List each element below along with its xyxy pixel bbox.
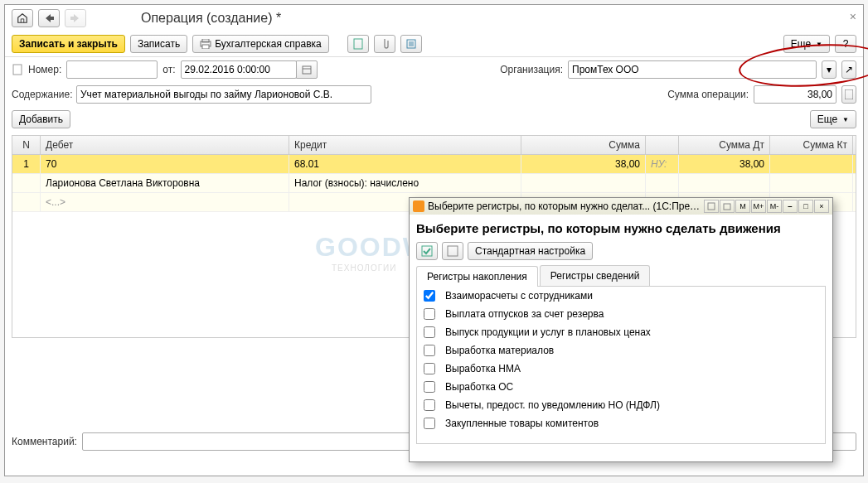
home-button[interactable] [12,9,33,27]
register-checkbox[interactable] [424,418,435,429]
register-item[interactable]: Выплата отпусков за счет резерва [417,305,825,323]
register-label: Выработка НМА [445,363,521,374]
dlg-btn-1[interactable] [704,200,719,213]
number-input[interactable] [66,60,158,79]
back-button[interactable] [38,9,60,27]
register-label: Закупленные товары комитентов [445,418,599,429]
page-title: Операция (создание) * [141,11,281,26]
uncheck-all-icon [447,245,458,257]
dlg-btn-mminus[interactable]: M- [767,200,782,213]
tab-info[interactable]: Регистры сведений [540,265,651,286]
sum-label: Сумма операции: [667,89,749,100]
org-dropdown-button[interactable]: ▾ [822,60,836,79]
comment-label: Комментарий: [12,436,77,447]
register-checkbox[interactable] [424,326,435,338]
more-button[interactable]: Еще ▼ [783,35,830,53]
dialog-toolbar: Стандартная настройка [416,242,826,260]
org-open-button[interactable]: ↗ [841,60,856,79]
svg-rect-9 [303,66,311,74]
col-credit[interactable]: Кредит [289,136,521,154]
row-content-sum: Содержание: Сумма операции: [5,82,863,107]
dialog-title: Выберите регистры, по которым нужно сдел… [428,200,701,212]
dlg-btn-mplus[interactable]: M+ [751,200,766,213]
register-checkbox[interactable] [424,399,435,411]
dlg-maximize[interactable]: □ [798,200,813,213]
doc-icon-button[interactable] [347,35,369,53]
standard-settings-button[interactable]: Стандартная настройка [468,242,593,260]
help-button[interactable]: ? [835,35,856,53]
col-sum-kt[interactable]: Сумма Кт [770,136,853,154]
register-item[interactable]: Выработка ОС [417,378,825,396]
date-input[interactable] [181,60,297,79]
sum-calc-button[interactable] [841,85,856,104]
col-sum[interactable]: Сумма [521,136,646,154]
svg-rect-11 [845,89,853,99]
svg-rect-8 [13,65,22,75]
register-label: Выработка материалов [445,345,554,356]
register-item[interactable]: Взаиморасчеты с сотрудниками [417,287,825,305]
table-row[interactable]: Ларионова Светлана Викторовна Налог (взн… [12,174,856,193]
calculator-icon [707,202,715,210]
titlebar: Операция (создание) * × [5,5,863,31]
save-button[interactable]: Записать [130,35,187,53]
table-more-button[interactable]: Еще ▼ [810,110,856,128]
date-picker-button[interactable] [296,60,318,79]
dialog-heading: Выберите регистры, по которым нужно сдел… [416,221,826,235]
check-all-button[interactable] [416,242,438,260]
uncheck-all-button[interactable] [442,242,463,260]
document-icon [12,64,23,75]
register-item[interactable]: Закупленные товары комитентов [417,414,825,432]
dlg-minimize[interactable]: ‒ [783,200,798,213]
list-icon-button[interactable] [400,35,422,53]
register-item[interactable]: Выпуск продукции и услуг в плановых цена… [417,323,825,341]
register-label: Выпуск продукции и услуг в плановых цена… [445,326,651,338]
arrow-right-icon [70,14,80,22]
document-icon [353,38,363,50]
close-button[interactable]: × [850,10,856,23]
svg-rect-12 [708,203,715,210]
chevron-down-icon: ▼ [816,41,822,48]
svg-rect-14 [422,246,432,256]
col-debit[interactable]: Дебет [41,136,289,154]
register-label: Выработка ОС [445,381,513,393]
list-icon [406,39,416,49]
dlg-close[interactable]: × [814,200,829,213]
register-item[interactable]: Выработка материалов [417,341,825,360]
register-item[interactable]: Вычеты, предост. по уведомлению НО (НДФЛ… [417,396,825,414]
svg-rect-15 [448,246,458,256]
dialog-titlebar: Выберите регистры, по которым нужно сдел… [410,198,832,215]
sum-input[interactable] [754,85,836,104]
org-label: Организация: [500,64,563,75]
registers-dialog: Выберите регистры, по которым нужно сдел… [409,197,833,462]
org-input[interactable] [568,60,817,79]
table-row[interactable]: 1 70 68.01 38,00 НУ: 38,00 [12,155,856,174]
row-number-date: Номер: от: Организация: ▾ ↗ [5,57,863,82]
register-checkbox[interactable] [424,345,435,356]
print-reference-button[interactable]: Бухгалтерская справка [192,35,329,53]
register-checkbox[interactable] [424,363,435,374]
from-label: от: [162,64,175,75]
table-header: N Дебет Кредит Сумма Сумма Дт Сумма Кт [12,136,856,155]
register-checkbox[interactable] [424,381,435,393]
col-sum-dt[interactable]: Сумма Дт [679,136,770,154]
svg-rect-3 [354,39,362,49]
attach-button[interactable] [374,35,395,53]
col-n[interactable]: N [12,136,41,154]
add-row-button[interactable]: Добавить [12,110,70,128]
content-input[interactable] [76,85,371,104]
register-item[interactable]: Выработка НМА [417,360,825,378]
number-label: Номер: [28,64,61,75]
forward-button[interactable] [65,9,86,27]
registers-list[interactable]: Взаиморасчеты с сотрудникамиВыплата отпу… [416,287,826,444]
register-checkbox[interactable] [424,308,435,320]
dlg-btn-2[interactable] [720,200,735,213]
home-icon [17,12,28,24]
calendar-icon [723,202,731,210]
check-all-icon [421,245,433,257]
save-and-close-button[interactable]: Записать и закрыть [12,35,125,53]
dlg-btn-m[interactable]: M [735,200,750,213]
register-checkbox[interactable] [424,290,435,302]
table-toolbar: Добавить Еще ▼ [5,107,863,132]
tab-accumulation[interactable]: Регистры накопления [416,266,538,287]
register-label: Взаиморасчеты с сотрудниками [445,290,593,302]
